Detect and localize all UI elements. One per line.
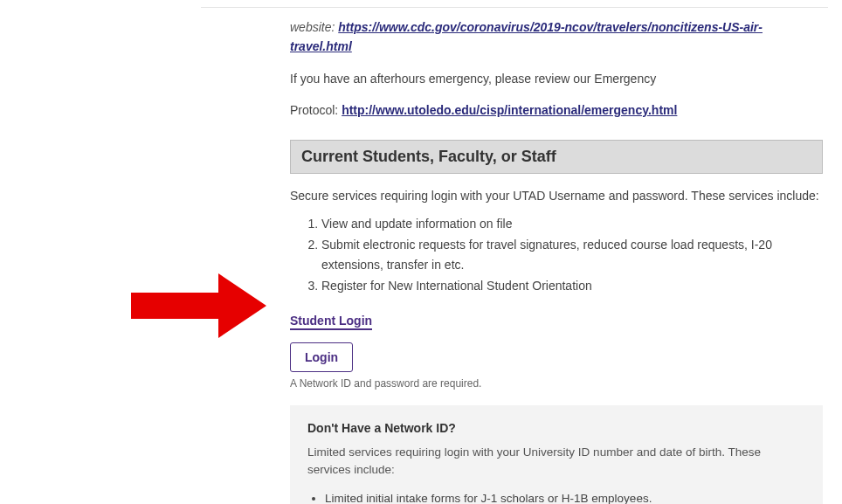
annotation-arrow-icon (131, 266, 271, 345)
section-header: Current Students, Faculty, or Staff (290, 140, 823, 174)
protocol-link[interactable]: http://www.utoledo.edu/cisp/internationa… (342, 103, 677, 117)
login-hint: A Network ID and password are required. (290, 377, 823, 390)
login-button[interactable]: Login (290, 342, 353, 372)
no-id-heading: Don't Have a Network ID? (307, 421, 805, 435)
list-item: View and update information on file (321, 214, 823, 233)
protocol-label: Protocol: (290, 103, 338, 117)
cdc-link[interactable]: https://www.cdc.gov/coronavirus/2019-nco… (290, 20, 763, 53)
services-list: View and update information on file Subm… (306, 214, 823, 296)
list-item: Submit electronic requests for travel si… (321, 235, 823, 274)
no-id-desc: Limited services requiring login with yo… (307, 444, 805, 480)
svg-marker-0 (131, 273, 266, 338)
protocol-line: Protocol: http://www.utoledo.edu/cisp/in… (290, 100, 823, 120)
section-desc: Secure services requiring login with you… (290, 186, 823, 205)
top-divider (201, 7, 828, 8)
no-network-id-box: Don't Have a Network ID? Limited service… (290, 405, 823, 504)
list-item: Register for New International Student O… (321, 276, 823, 295)
website-label: website: (290, 20, 335, 34)
website-line: website: https://www.cdc.gov/coronavirus… (290, 17, 823, 57)
student-login-link[interactable]: Student Login (290, 314, 372, 330)
main-content: website: https://www.cdc.gov/coronavirus… (290, 17, 823, 504)
list-item: Limited initial intake forms for J-1 sch… (325, 489, 805, 504)
no-id-bullets: Limited initial intake forms for J-1 sch… (325, 489, 805, 504)
afterhours-text: If you have an afterhours emergency, ple… (290, 69, 823, 88)
